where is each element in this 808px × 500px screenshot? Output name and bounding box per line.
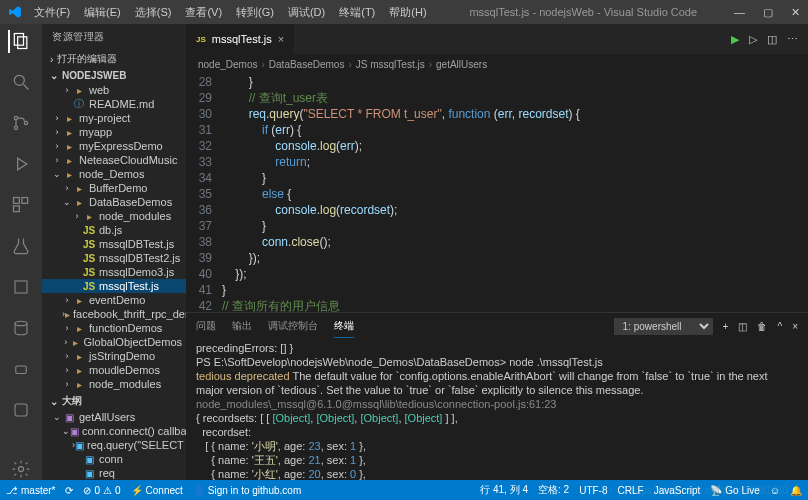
panel-tab[interactable]: 问题 bbox=[196, 315, 216, 338]
code-editor[interactable]: 2829303132333435363738394041424344 } // … bbox=[186, 74, 808, 312]
signin-indicator[interactable]: 👤Sign in to github.com bbox=[193, 485, 301, 496]
run-icon[interactable]: ▶ bbox=[731, 33, 739, 46]
menu-item[interactable]: 文件(F) bbox=[28, 3, 76, 22]
outline-section[interactable]: ⌄大纲 bbox=[42, 392, 186, 410]
encoding[interactable]: UTF-8 bbox=[579, 483, 607, 497]
outline-item[interactable]: ⌄▣conn.connect() callback bbox=[42, 424, 186, 438]
debug-icon[interactable] bbox=[9, 153, 33, 176]
panel-tab[interactable]: 终端 bbox=[334, 315, 354, 338]
outline-item[interactable]: ⌄▣getAllUsers bbox=[42, 410, 186, 424]
maximize-panel-icon[interactable]: ^ bbox=[777, 321, 782, 332]
branch-indicator[interactable]: ⎇master* bbox=[6, 485, 55, 496]
more-icon[interactable]: ⋯ bbox=[787, 33, 798, 46]
folder-item[interactable]: ›▸functionDemos bbox=[42, 321, 186, 335]
panel-tabs: 问题输出调试控制台终端 1: powershell + ◫ 🗑 ^ × bbox=[186, 313, 808, 339]
menu-item[interactable]: 终端(T) bbox=[333, 3, 381, 22]
close-tab-icon[interactable]: × bbox=[278, 33, 284, 45]
menu-item[interactable]: 编辑(E) bbox=[78, 3, 127, 22]
file-item[interactable]: JSmssqlTest.js bbox=[42, 279, 186, 293]
folder-item[interactable]: ›▸moudleDemos bbox=[42, 363, 186, 377]
sync-indicator[interactable]: ⟳ bbox=[65, 485, 73, 496]
extra-icon-1[interactable] bbox=[9, 275, 33, 298]
run-debug-icon[interactable]: ▷ bbox=[749, 33, 757, 46]
bell-icon[interactable]: 🔔 bbox=[790, 483, 802, 497]
go-live[interactable]: 📡Go Live bbox=[710, 483, 759, 497]
open-editors-section[interactable]: ›打开的编辑器 bbox=[42, 50, 186, 68]
folder-item[interactable]: ⌄▸node_Demos bbox=[42, 167, 186, 181]
file-item[interactable]: JSmssqlDBTest2.js bbox=[42, 251, 186, 265]
file-item[interactable]: JSmssqlDBTest.js bbox=[42, 237, 186, 251]
tab-active[interactable]: JS mssqlTest.js × bbox=[186, 24, 295, 54]
split-editor-icon[interactable]: ◫ bbox=[767, 33, 777, 46]
menu-item[interactable]: 转到(G) bbox=[230, 3, 280, 22]
folder-item[interactable]: ›▸my-project bbox=[42, 111, 186, 125]
folder-item[interactable]: ›▸node_modules bbox=[42, 377, 186, 391]
folder-item[interactable]: ›▸NeteaseCloudMusic bbox=[42, 153, 186, 167]
close-icon[interactable]: ✕ bbox=[791, 6, 800, 19]
minimize-icon[interactable]: — bbox=[734, 6, 745, 19]
extra-icon-3[interactable] bbox=[9, 398, 33, 421]
terminal[interactable]: precedingErrors: [] }PS E:\SoftDevelop\n… bbox=[186, 339, 808, 480]
indentation[interactable]: 空格: 2 bbox=[538, 483, 569, 497]
breadcrumb[interactable]: node_Demos›DataBaseDemos›JS mssqlTest.js… bbox=[186, 54, 808, 74]
language-mode[interactable]: JavaScript bbox=[654, 483, 701, 497]
workspace-section[interactable]: ⌄NODEJSWEB bbox=[42, 68, 186, 83]
menu-item[interactable]: 查看(V) bbox=[179, 3, 228, 22]
file-item[interactable]: JSdb.js bbox=[42, 223, 186, 237]
breadcrumb-segment[interactable]: getAllUsers bbox=[436, 59, 487, 70]
file-item[interactable]: ⓘREADME.md bbox=[42, 97, 186, 111]
panel-tab[interactable]: 调试控制台 bbox=[268, 315, 318, 338]
problems-indicator[interactable]: ⊘0 ⚠0 bbox=[83, 485, 120, 496]
database-icon[interactable] bbox=[9, 316, 33, 339]
line-gutter: 2829303132333435363738394041424344 bbox=[186, 74, 222, 312]
gear-icon[interactable] bbox=[9, 457, 33, 480]
broadcast-icon: 📡 bbox=[710, 485, 722, 496]
folder-item[interactable]: ›▸node_modules bbox=[42, 209, 186, 223]
explorer-icon[interactable] bbox=[8, 30, 32, 53]
tab-actions: ▶ ▷ ◫ ⋯ bbox=[721, 24, 808, 54]
outline-tree: ⌄▣getAllUsers⌄▣conn.connect() callback›▣… bbox=[42, 410, 186, 480]
code-content[interactable]: } // 查询t_user表 req.query("SELECT * FROM … bbox=[222, 74, 792, 312]
folder-item[interactable]: ›▸BufferDemo bbox=[42, 181, 186, 195]
breadcrumb-segment[interactable]: JS mssqlTest.js bbox=[356, 59, 425, 70]
outline-item[interactable]: ▣conn bbox=[42, 452, 186, 466]
beaker-icon[interactable] bbox=[9, 235, 33, 258]
outline-item[interactable]: ▣req bbox=[42, 466, 186, 480]
panel: 问题输出调试控制台终端 1: powershell + ◫ 🗑 ^ × prec… bbox=[186, 312, 808, 480]
folder-item[interactable]: ›▸GlobalObjectDemos bbox=[42, 335, 186, 349]
feedback-icon[interactable]: ☺ bbox=[770, 483, 780, 497]
menu-item[interactable]: 调试(D) bbox=[282, 3, 331, 22]
folder-item[interactable]: ›▸eventDemo bbox=[42, 293, 186, 307]
menu-item[interactable]: 帮助(H) bbox=[383, 3, 432, 22]
error-icon: ⊘ bbox=[83, 485, 91, 496]
breadcrumb-segment[interactable]: node_Demos bbox=[198, 59, 257, 70]
trash-icon[interactable]: 🗑 bbox=[757, 321, 767, 332]
folder-item[interactable]: ⌄▸DataBaseDemos bbox=[42, 195, 186, 209]
panel-tab[interactable]: 输出 bbox=[232, 315, 252, 338]
extra-icon-2[interactable] bbox=[9, 357, 33, 380]
folder-item[interactable]: ›▸facebook_thrift_rpc_demo bbox=[42, 307, 186, 321]
search-icon[interactable] bbox=[9, 71, 33, 94]
folder-item[interactable]: ›▸myExpressDemo bbox=[42, 139, 186, 153]
status-bar: ⎇master* ⟳ ⊘0 ⚠0 ⚡Connect 👤Sign in to gi… bbox=[0, 480, 808, 500]
terminal-shell-select[interactable]: 1: powershell bbox=[614, 318, 713, 335]
svg-rect-13 bbox=[16, 366, 27, 374]
split-terminal-icon[interactable]: ◫ bbox=[738, 321, 747, 332]
source-control-icon[interactable] bbox=[9, 112, 33, 135]
sidebar: 资源管理器 ›打开的编辑器 ⌄NODEJSWEB ›▸webⓘREADME.md… bbox=[42, 24, 186, 480]
cursor-position[interactable]: 行 41, 列 4 bbox=[480, 483, 528, 497]
extensions-icon[interactable] bbox=[9, 194, 33, 217]
breadcrumb-segment[interactable]: DataBaseDemos bbox=[269, 59, 345, 70]
connect-indicator[interactable]: ⚡Connect bbox=[131, 485, 183, 496]
folder-item[interactable]: ›▸myapp bbox=[42, 125, 186, 139]
minimap[interactable] bbox=[792, 74, 808, 312]
folder-item[interactable]: ›▸web bbox=[42, 83, 186, 97]
menu-item[interactable]: 选择(S) bbox=[129, 3, 178, 22]
new-terminal-icon[interactable]: + bbox=[723, 321, 729, 332]
folder-item[interactable]: ›▸jsStringDemo bbox=[42, 349, 186, 363]
file-item[interactable]: JSmssqlDemo3.js bbox=[42, 265, 186, 279]
eol[interactable]: CRLF bbox=[618, 483, 644, 497]
outline-item[interactable]: ›▣req.query("SELECT * FROM... bbox=[42, 438, 186, 452]
close-panel-icon[interactable]: × bbox=[792, 321, 798, 332]
maximize-icon[interactable]: ▢ bbox=[763, 6, 773, 19]
